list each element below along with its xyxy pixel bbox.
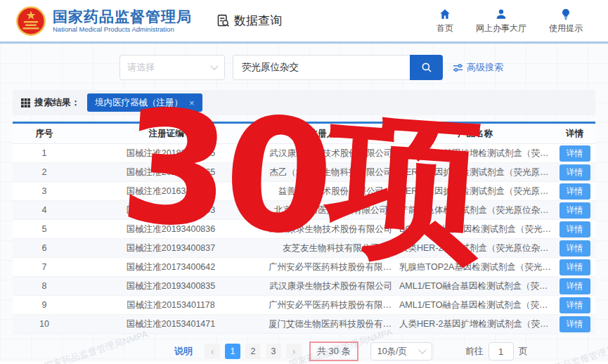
cell-no: 8 [13,277,76,296]
pagination: 说明 ‹ 123 › 共 30 条 10条/页 前往 页 [174,342,608,361]
detail-button[interactable]: 详情 [560,221,590,238]
column-header: 序号 [13,124,76,144]
note-link[interactable]: 说明 [174,345,193,358]
column-header: 注册人名称 [266,124,396,144]
cell-no: 2 [13,163,76,182]
cell-detail: 详情 [554,258,595,277]
cell-no: 7 [13,258,76,277]
cell-detail: 详情 [554,239,595,258]
cell-reg-no: 国械注准20193400835 [76,277,266,296]
detail-button[interactable]: 详情 [560,259,590,275]
nav-item-service-hall[interactable]: 网上办事大厅 [476,8,526,34]
cell-detail: 详情 [554,182,595,201]
search-box [233,55,443,80]
cell-reg-no: 国械注准20163400777 [76,182,266,201]
magnifier-icon [420,61,433,74]
home-icon [439,8,451,20]
table-row: 9国械注准20153401178广州安必平医药科技股份有限公司AML1/ETO融… [13,296,595,315]
cell-registrant: 广州安必平医药科技股份有限公司 [266,296,396,315]
table-header-row: 序号注册证编号注册人名称产品名称详情 [13,124,595,144]
column-header: 详情 [554,124,595,144]
page-buttons: 123 [225,344,281,359]
page-button-3[interactable]: 3 [266,344,281,359]
search-button[interactable] [410,55,443,80]
cell-product: AML1/ETO融合基因检测试剂盒（荧光... [396,296,554,315]
cell-reg-no: 国械注准20183400885 [76,144,266,163]
detail-button[interactable]: 详情 [560,297,590,313]
grid-icon [21,98,30,108]
filter-tag[interactable]: 境内医疗器械（注册） × [87,93,202,112]
cell-product: 乳腺癌TOP2A基因检测试剂盒（荧光原位... [396,258,554,277]
cell-detail: 详情 [554,144,595,163]
cell-no: 1 [13,144,76,163]
nav-item-home[interactable]: 首页 [436,8,453,34]
cell-no: 9 [13,296,76,315]
detail-button[interactable]: 详情 [560,202,590,219]
category-select[interactable]: 请选择 [119,55,225,80]
page-size-select[interactable]: 10条/页 [370,342,432,360]
search-input[interactable] [233,55,410,80]
detail-button[interactable]: 详情 [560,145,590,162]
cell-registrant: 武汉康录生物技术股份有限公司 [266,220,396,239]
cell-registrant: 友芝友生物科技有限公司 [266,239,396,258]
nav-item-label: 使用提示 [549,22,583,34]
cell-registrant: 厦门艾德生物医药科技股份有限公司 [266,315,396,334]
filter-icon [453,63,463,73]
cell-product: 人类HER-2基因扩增检测试剂盒（荧光原位... [396,144,554,163]
cell-registrant: 广州安必平医药科技股份有限公司 [266,258,396,277]
chevron-down-icon [210,62,218,70]
cell-detail: 详情 [554,201,595,220]
advanced-search-label: 高级搜索 [467,61,503,74]
app-title-group: 数据查询 [216,13,282,29]
detail-button[interactable]: 详情 [560,316,590,332]
close-icon[interactable]: × [189,98,195,108]
result-bar-label: 搜索结果： [34,96,80,109]
page-button-2[interactable]: 2 [245,344,261,359]
detail-button[interactable]: 详情 [560,240,590,256]
detail-button[interactable]: 详情 [560,278,590,294]
cell-product: 人类HER-2基因扩增检测试剂盒（荧光原... [396,315,554,334]
brand-text: 国家药品监督管理局 National Medical Products Admi… [53,8,192,34]
nmpa-emblem-logo [15,6,46,37]
total-count: 共 30 条 [309,342,358,361]
org-title: 国家药品监督管理局 [53,8,192,25]
user-icon [495,8,507,20]
detail-button[interactable]: 详情 [560,164,590,181]
advanced-search-link[interactable]: 高级搜索 [453,61,503,74]
cell-no: 3 [13,182,76,201]
search-row: 请选择 高级搜索 [119,55,608,80]
next-page-button[interactable]: › [286,344,302,359]
column-header: 产品名称 [396,124,554,144]
prev-page-button[interactable]: ‹ [205,344,220,359]
app-title: 数据查询 [234,13,282,29]
table-row: 2国械注准20213400265杰乙（北京）生物科技有限公司HER-2基因扩增检… [13,163,595,182]
table-row: 8国械注准20193400835武汉康录生物技术股份有限公司AML1/ETO融合… [13,277,595,296]
cell-reg-no: 国械注准20193400836 [76,220,266,239]
cell-reg-no: 国械注准20153401471 [76,315,266,334]
detail-button[interactable]: 详情 [560,183,590,200]
page-button-1[interactable]: 1 [225,344,240,359]
nav-item-tips[interactable]: 使用提示 [549,8,583,34]
cell-product: AML1/ETO融合基因检测试剂盒（荧光... [396,277,554,296]
cell-product: HER-2基因扩增检测试剂盒（荧光原位杂交... [396,163,554,182]
cell-no: 6 [13,239,76,258]
table-row: 3国械注准20163400777益善生物技术股份有限公司HER-2基因扩增检测试… [13,182,595,201]
data-query-icon [216,13,231,28]
cell-product: HER-2基因扩增检测试剂盒（荧光原位杂... [396,182,554,201]
cell-reg-no: 国械注准20153401178 [76,296,266,315]
cell-reg-no: 国械注准20213400265 [76,163,266,182]
cell-detail: 详情 [554,296,595,315]
cell-product: 人类HER-2检测试剂盒（荧光原位杂交法） [396,239,554,258]
bulb-icon [560,8,572,20]
search-result-bar: 搜索结果： 境内医疗器械（注册） × [13,90,595,115]
table-row: 1国械注准20183400885武汉康录生物技术股份有限公司人类HER-2基因扩… [13,144,595,163]
cell-registrant: 武汉康录生物技术股份有限公司 [266,277,396,296]
cell-detail: 详情 [554,220,595,239]
goto-suffix: 页 [519,345,528,358]
goto-page-input[interactable] [489,342,514,360]
brand: 国家药品监督管理局 National Medical Products Admi… [15,6,192,37]
cell-registrant: 益善生物技术股份有限公司 [266,182,396,201]
results-table: 序号注册证编号注册人名称产品名称详情 1国械注准20183400885武汉康录生… [13,122,595,334]
cell-detail: 详情 [554,163,595,182]
cell-reg-no: 国械注准20193400837 [76,239,266,258]
